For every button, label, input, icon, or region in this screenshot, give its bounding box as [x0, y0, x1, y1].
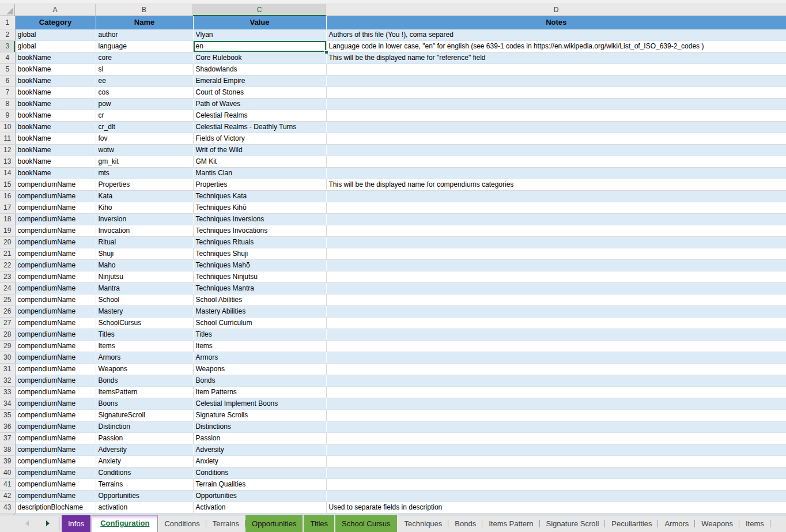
row-number[interactable]: 42 — [0, 490, 15, 501]
cell-notes[interactable] — [326, 444, 786, 455]
row-number[interactable]: 31 — [0, 363, 15, 375]
cell-notes[interactable] — [326, 225, 786, 236]
row-number[interactable]: 8 — [0, 98, 15, 110]
cell-name[interactable]: pow — [96, 98, 193, 110]
cell-category[interactable]: compendiumName — [15, 444, 96, 455]
cell-category[interactable]: compendiumName — [15, 179, 96, 190]
tab-nav-right-icon[interactable] — [46, 520, 50, 526]
cell-value[interactable]: Properties — [193, 179, 326, 190]
cell-notes[interactable] — [326, 63, 786, 75]
cell-notes[interactable] — [326, 340, 786, 352]
cell-category[interactable]: compendiumName — [15, 398, 96, 409]
cell-value[interactable]: Vlyan — [193, 29, 326, 40]
cell-value[interactable]: Armors — [193, 352, 326, 363]
cell-notes[interactable] — [326, 133, 786, 144]
cell-value[interactable]: Fields of Victory — [193, 133, 326, 144]
row-number[interactable]: 22 — [0, 259, 15, 271]
cell-category[interactable]: compendiumName — [15, 478, 96, 490]
cell-category[interactable]: compendiumName — [15, 305, 96, 317]
cell-value[interactable]: Mantis Clan — [193, 167, 326, 179]
cell-name[interactable]: Titles — [96, 329, 193, 340]
cell-notes[interactable] — [326, 75, 786, 86]
cell-category[interactable]: bookName — [15, 75, 96, 86]
row-number[interactable]: 1 — [0, 16, 15, 29]
fill-handle[interactable] — [324, 50, 328, 54]
cell-category[interactable]: compendiumName — [15, 190, 96, 202]
row-number[interactable]: 2 — [0, 29, 15, 40]
row-number[interactable]: 43 — [0, 501, 15, 513]
cell-name[interactable]: Kata — [96, 190, 193, 202]
sheet-tab-terrains[interactable]: Terrains — [206, 515, 245, 532]
sheet-tab-signature-scroll[interactable]: Signature Scroll — [540, 515, 606, 532]
cell-notes[interactable] — [326, 317, 786, 329]
cell-notes[interactable]: This will be the displayed name for comp… — [326, 179, 786, 190]
cell-notes[interactable] — [326, 386, 786, 398]
cell-notes[interactable] — [326, 432, 786, 444]
row-number[interactable]: 21 — [0, 248, 15, 259]
row-number[interactable]: 23 — [0, 271, 15, 282]
cell-value[interactable]: Distinctions — [193, 421, 326, 432]
cell-name[interactable]: Adversity — [96, 444, 193, 455]
cell-category[interactable]: bookName — [15, 86, 96, 98]
row-number[interactable]: 10 — [0, 121, 15, 133]
row-number[interactable]: 14 — [0, 167, 15, 179]
cell-value[interactable]: Bonds — [193, 375, 326, 386]
row-number[interactable]: 29 — [0, 340, 15, 352]
header-cell-name[interactable]: Name — [96, 16, 193, 29]
header-cell-value[interactable]: Value — [193, 16, 326, 29]
cell-name[interactable]: Passion — [96, 432, 193, 444]
row-number[interactable]: 20 — [0, 236, 15, 248]
sheet-tab-weapons[interactable]: Weapons — [695, 515, 739, 532]
cell-category[interactable]: compendiumName — [15, 271, 96, 282]
row-number[interactable]: 36 — [0, 421, 15, 432]
cell-value[interactable]: Passion — [193, 432, 326, 444]
cell-category[interactable]: compendiumName — [15, 455, 96, 467]
cell-name[interactable]: Mantra — [96, 282, 193, 294]
sheet-tab-infos[interactable]: Infos — [62, 515, 90, 532]
cell-name[interactable]: Armors — [96, 352, 193, 363]
cell-value[interactable]: Techniques Mahõ — [193, 259, 326, 271]
cell-name[interactable]: wotw — [96, 144, 193, 156]
cell-name[interactable]: Distinction — [96, 421, 193, 432]
cell-name[interactable]: Properties — [96, 179, 193, 190]
cell-category[interactable]: compendiumName — [15, 259, 96, 271]
cell-name[interactable]: Shuji — [96, 248, 193, 259]
cell-value[interactable]: Path of Waves — [193, 98, 326, 110]
cell-category[interactable]: bookName — [15, 167, 96, 179]
cell-category[interactable]: compendiumName — [15, 467, 96, 478]
cell-category[interactable]: compendiumName — [15, 329, 96, 340]
column-header-b[interactable]: B — [96, 4, 193, 16]
cell-name[interactable]: Weapons — [96, 363, 193, 375]
cell-value[interactable]: Core Rulebook — [193, 52, 326, 63]
cell-notes[interactable]: This will be the displayed name for "ref… — [326, 52, 786, 63]
cell-value[interactable]: Shadowlands — [193, 63, 326, 75]
cell-name[interactable]: Inversion — [96, 213, 193, 225]
select-all-corner[interactable] — [0, 4, 15, 16]
tab-nav-left-icon[interactable] — [25, 520, 29, 526]
active-cell[interactable]: en — [193, 40, 326, 52]
sheet-tab-opportunities[interactable]: Opportunities — [245, 515, 303, 532]
cell-name[interactable]: gm_kit — [96, 156, 193, 167]
row-number[interactable]: 9 — [0, 110, 15, 121]
cell-notes[interactable] — [326, 86, 786, 98]
cell-name[interactable]: sl — [96, 63, 193, 75]
cell-notes[interactable] — [326, 98, 786, 110]
row-number[interactable]: 32 — [0, 375, 15, 386]
cell-category[interactable]: compendiumName — [15, 340, 96, 352]
cell-value[interactable]: Anxiety — [193, 455, 326, 467]
cell-value[interactable]: Techniques Invocations — [193, 225, 326, 236]
cell-category[interactable]: compendiumName — [15, 225, 96, 236]
cell-value[interactable]: Techniques Inversions — [193, 213, 326, 225]
cell-name[interactable]: ee — [96, 75, 193, 86]
cell-name[interactable]: Kiho — [96, 202, 193, 213]
cell-name[interactable]: Items — [96, 340, 193, 352]
row-number[interactable]: 13 — [0, 156, 15, 167]
cell-name[interactable]: Invocation — [96, 225, 193, 236]
cell-value[interactable]: Techniques Mantra — [193, 282, 326, 294]
cell-notes[interactable] — [326, 271, 786, 282]
row-number[interactable]: 28 — [0, 329, 15, 340]
cell-notes[interactable] — [326, 156, 786, 167]
row-number[interactable]: 34 — [0, 398, 15, 409]
cell-category[interactable]: bookName — [15, 52, 96, 63]
cell-value[interactable]: Items — [193, 340, 326, 352]
